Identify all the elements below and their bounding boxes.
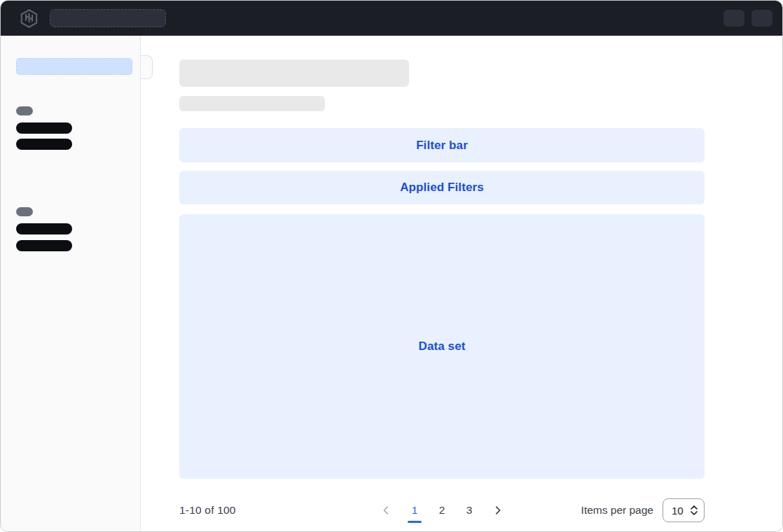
chevron-right-icon — [493, 505, 503, 515]
next-page-button[interactable] — [487, 498, 508, 523]
data-set-label: Data set — [419, 340, 466, 354]
chevron-left-icon — [381, 505, 391, 515]
applied-filters-label: Applied Filters — [400, 181, 484, 195]
items-per-page-select[interactable]: 10 — [663, 498, 705, 522]
top-nav-bar — [1, 1, 782, 36]
page-title-skeleton — [179, 59, 409, 87]
sidebar-item-skeleton-2 — [16, 139, 72, 150]
nav-action-skeleton-2 — [751, 10, 772, 27]
chevrons-up-down-icon — [690, 505, 698, 516]
sidebar — [1, 36, 141, 531]
filter-bar-panel: Filter bar — [179, 128, 705, 162]
items-per-page-control: Items per page 10 — [581, 498, 705, 522]
sidebar-toggle-button[interactable] — [141, 55, 153, 79]
nav-search-skeleton — [50, 9, 166, 27]
filter-bar-label: Filter bar — [416, 139, 468, 153]
sidebar-item-skeleton-1 — [16, 122, 72, 134]
pager-controls: 1 2 3 — [375, 498, 508, 523]
sidebar-active-item-skeleton — [16, 58, 132, 75]
sidebar-item-skeleton-3 — [16, 223, 72, 234]
pagination-bar: 1-10 of 100 1 2 3 — [179, 498, 705, 523]
pagination-range-info: 1-10 of 100 — [179, 504, 236, 517]
page-number-2[interactable]: 2 — [433, 498, 451, 523]
main-content: Filter bar Applied Filters Data set 1-10… — [141, 36, 782, 531]
sidebar-section-label-skeleton-1 — [16, 106, 33, 115]
items-per-page-value: 10 — [672, 505, 684, 517]
page-number-3[interactable]: 3 — [460, 498, 478, 523]
items-per-page-label: Items per page — [581, 504, 653, 517]
nav-action-skeleton-1 — [723, 10, 744, 27]
applied-filters-panel: Applied Filters — [179, 171, 705, 204]
sidebar-item-skeleton-4 — [16, 240, 72, 251]
app-window: Filter bar Applied Filters Data set 1-10… — [0, 0, 783, 532]
previous-page-button[interactable] — [375, 498, 396, 523]
sidebar-section-label-skeleton-2 — [16, 207, 33, 216]
data-set-panel: Data set — [179, 214, 705, 479]
hashicorp-logo-icon — [20, 9, 39, 28]
app-body: Filter bar Applied Filters Data set 1-10… — [1, 36, 782, 531]
page-number-1[interactable]: 1 — [406, 498, 424, 523]
page-subtitle-skeleton — [179, 96, 325, 111]
